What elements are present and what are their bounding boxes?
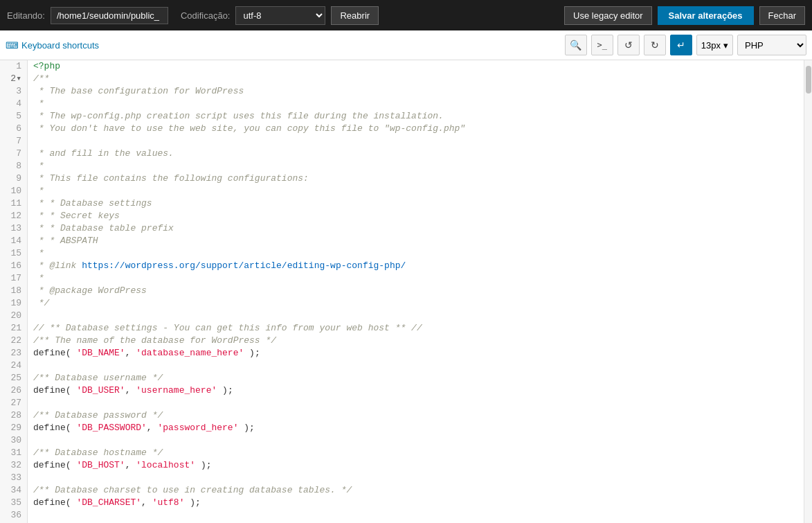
line-number: 6	[0, 123, 27, 135]
keyboard-shortcuts-link[interactable]: ⌨ Keyboard shortcuts	[6, 40, 99, 51]
code-line: * @package WordPress	[33, 285, 804, 297]
code-line	[33, 360, 804, 372]
code-line: define( 'DB_HOST', 'localhost' );	[33, 459, 804, 472]
line-number: 24	[0, 360, 27, 372]
line-number: 36	[0, 509, 27, 522]
code-line: define( 'DB_CHARSET', 'utf8' );	[33, 497, 804, 509]
code-line: *	[33, 98, 804, 110]
code-line: * and fill in the values.	[33, 148, 804, 160]
line-number: 18	[0, 285, 27, 297]
legacy-editor-button[interactable]: Use legacy editor	[564, 6, 651, 25]
line-number: 2▾	[0, 73, 27, 85]
code-line: /** Database username */	[33, 372, 804, 384]
code-line	[33, 310, 804, 322]
keyboard-shortcuts-label: Keyboard shortcuts	[21, 40, 99, 51]
line-number: 35	[0, 497, 27, 509]
line-number: 29	[0, 422, 27, 434]
chevron-down-icon: ▾	[723, 40, 728, 51]
undo-icon: ↺	[624, 39, 633, 51]
code-line: * * Secret keys	[33, 210, 804, 222]
code-line: * The base configuration for WordPress	[33, 85, 804, 98]
line-number: 7	[0, 135, 27, 148]
line-number: 8	[0, 160, 27, 172]
code-line: /** Database hostname */	[33, 447, 804, 459]
editing-label: Editando:	[7, 10, 45, 21]
code-line: *	[33, 272, 804, 285]
terminal-button[interactable]: >_	[591, 35, 613, 55]
line-number: 11	[0, 197, 27, 210]
code-line: <?php	[33, 60, 804, 73]
line-number: 9	[0, 172, 27, 185]
line-number: 1	[0, 60, 27, 73]
terminal-icon: >_	[597, 40, 607, 50]
keyboard-icon: ⌨	[6, 40, 19, 51]
code-line: * * Database table prefix	[33, 222, 804, 235]
line-number: 20	[0, 310, 27, 322]
close-button[interactable]: Fechar	[759, 6, 805, 25]
line-number: 26	[0, 384, 27, 397]
encoding-label: Codificação:	[181, 10, 231, 21]
code-line	[33, 135, 804, 148]
file-path: /home1/seudomin/public_	[51, 7, 168, 24]
code-line: // ** Database settings - You can get th…	[33, 322, 804, 335]
redo-button[interactable]: ↻	[644, 35, 666, 55]
line-number: 16	[0, 260, 27, 272]
font-size-value: 13px	[701, 40, 721, 51]
line-number: 14	[0, 235, 27, 247]
line-numbers: 12▾3456778910111213141516171819202122232…	[0, 60, 28, 523]
line-number: 15	[0, 247, 27, 260]
scrollbar[interactable]	[804, 60, 812, 523]
code-line: * The wp-config.php creation script uses…	[33, 110, 804, 123]
line-number: 23	[0, 347, 27, 360]
wrap-button[interactable]: ↵	[670, 35, 692, 55]
code-line	[33, 397, 804, 409]
code-line: */	[33, 297, 804, 310]
code-area[interactable]: <?php/** * The base configuration for Wo…	[28, 60, 804, 523]
code-line: define( 'DB_USER', 'username_here' );	[33, 384, 804, 397]
code-line	[33, 434, 804, 447]
line-number: 28	[0, 409, 27, 422]
scrollbar-thumb[interactable]	[806, 66, 811, 94]
code-line: *	[33, 247, 804, 260]
code-line: * This file contains the following confi…	[33, 172, 804, 185]
code-line	[33, 472, 804, 484]
reopen-button[interactable]: Reabrir	[331, 6, 379, 25]
font-size-selector[interactable]: 13px ▾	[696, 35, 733, 55]
line-number: 30	[0, 434, 27, 447]
line-number: 27	[0, 397, 27, 409]
line-number: 12	[0, 210, 27, 222]
code-line: /** Database charset to use in creating …	[33, 484, 804, 497]
line-number: 33	[0, 472, 27, 484]
line-number: 31	[0, 447, 27, 459]
editor-container: 12▾3456778910111213141516171819202122232…	[0, 60, 812, 523]
search-button[interactable]: 🔍	[565, 35, 587, 55]
redo-icon: ↻	[651, 39, 659, 51]
code-line: /** The name of the database for WordPre…	[33, 335, 804, 347]
undo-button[interactable]: ↺	[617, 35, 640, 55]
code-line: * You don't have to use the web site, yo…	[33, 123, 804, 135]
line-number: 32	[0, 459, 27, 472]
code-line: define( 'DB_PASSWORD', 'password_here' )…	[33, 422, 804, 434]
line-number: 3	[0, 85, 27, 98]
line-number: 22	[0, 335, 27, 347]
code-line: * * Database settings	[33, 197, 804, 210]
search-icon: 🔍	[570, 39, 581, 51]
line-number: 5	[0, 110, 27, 123]
line-number: 19	[0, 297, 27, 310]
code-line: * * ABSPATH	[33, 235, 804, 247]
line-number: 34	[0, 484, 27, 497]
line-number: 25	[0, 372, 27, 384]
line-number: 10	[0, 185, 27, 197]
line-number: 7	[0, 148, 27, 160]
save-button[interactable]: Salvar alterações	[658, 6, 754, 25]
line-number: 21	[0, 322, 27, 335]
code-line: *	[33, 185, 804, 197]
encoding-select[interactable]: utf-8 latin-1	[235, 6, 325, 25]
code-line	[33, 509, 804, 522]
language-select[interactable]: PHP JavaScript CSS HTML	[737, 35, 806, 55]
top-bar: Editando: /home1/seudomin/public_ Codifi…	[0, 0, 812, 30]
wrap-icon: ↵	[677, 39, 685, 51]
line-number: 4	[0, 98, 27, 110]
code-line: *	[33, 160, 804, 172]
code-line: * @link https://wordpress.org/support/ar…	[33, 260, 804, 272]
